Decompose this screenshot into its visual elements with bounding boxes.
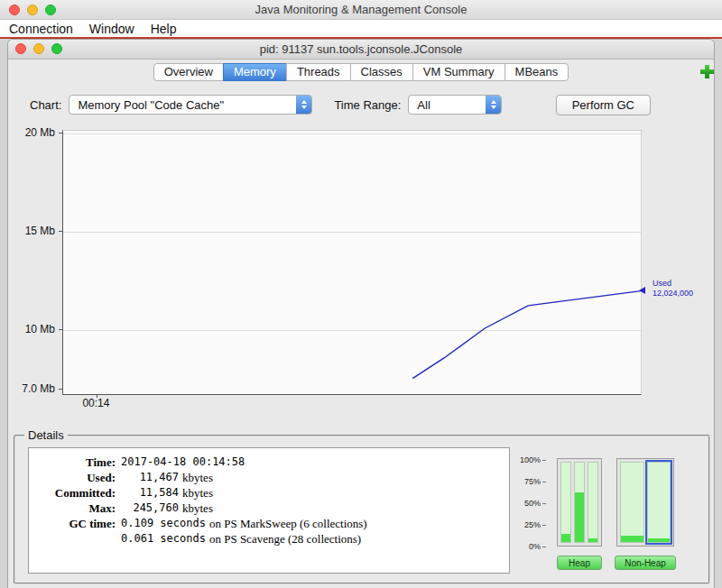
- memory-bar-fill: [648, 538, 671, 542]
- chart-area: 20 Mb15 Mb10 Mb7.0 Mb00:14Used12,024,000: [19, 126, 701, 413]
- y-axis-tick-label: 20 Mb: [19, 126, 55, 139]
- details-row-label: Max:: [29, 501, 116, 516]
- y-axis-tick: [59, 231, 62, 232]
- window-title: Java Monitoring & Management Console: [0, 3, 722, 16]
- non-heap-memory-bar[interactable]: [647, 462, 671, 543]
- heap-button[interactable]: Heap: [557, 556, 602, 570]
- close-button[interactable]: [9, 5, 20, 15]
- y-axis-tick-label: 15 Mb: [19, 225, 55, 237]
- details-row: 0.061 secondson PS Scavenge (28 collecti…: [29, 531, 509, 547]
- details-legend: Details: [24, 428, 68, 442]
- jconsole-frame: pid: 91137 sun.tools.jconsole.JConsole O…: [7, 39, 715, 588]
- memory-bar-fill: [621, 536, 643, 542]
- heap-bar-group: [557, 458, 602, 547]
- chart-label: Chart:: [30, 98, 61, 112]
- chart-select-value: Memory Pool "Code Cache": [69, 98, 296, 112]
- y-axis-tick: [59, 329, 62, 330]
- non-heap-bar-group: [616, 458, 674, 547]
- tabs: OverviewMemoryThreadsClassesVM SummaryMB…: [153, 63, 569, 81]
- tab-memory[interactable]: Memory: [223, 63, 287, 81]
- percent-label: 0%: [529, 542, 546, 551]
- perform-gc-button[interactable]: Perform GC: [556, 95, 651, 115]
- non-heap-button[interactable]: Non-Heap: [615, 556, 676, 570]
- details-row-label: GC time:: [29, 516, 116, 531]
- percent-label: 100%: [520, 455, 546, 464]
- frame-minimize-button[interactable]: [33, 43, 44, 54]
- minimize-button[interactable]: [27, 5, 38, 15]
- heap-memory-bar[interactable]: [574, 462, 585, 543]
- chevron-updown-icon: [296, 96, 311, 114]
- heap-memory-bar[interactable]: [588, 462, 598, 543]
- details-group: Details Time:2017-04-18 00:14:58Used:11,…: [14, 435, 710, 584]
- menu-bar: Connection Window Help: [0, 20, 722, 37]
- bar-buttons: HeapNon-Heap: [557, 556, 676, 570]
- x-axis-tick-label: 00:14: [82, 397, 109, 409]
- details-text: Time:2017-04-18 00:14:58Used:11,467kbyte…: [28, 447, 510, 574]
- y-axis-tick-label: 10 Mb: [19, 323, 55, 335]
- y-axis-tick: [59, 133, 62, 133]
- zoom-button[interactable]: [45, 5, 56, 15]
- details-row: GC time:0.109 secondson PS MarkSweep (6 …: [29, 516, 509, 531]
- details-row-value: 2017-04-18 00:14:58: [121, 455, 245, 470]
- details-row: Max:245,760kbytes: [29, 501, 509, 516]
- heap-memory-bar[interactable]: [560, 462, 571, 543]
- percent-label: 25%: [524, 520, 546, 529]
- non-heap-memory-bar[interactable]: [620, 462, 644, 543]
- details-row-unit: kbytes: [182, 501, 213, 516]
- tab-classes[interactable]: Classes: [350, 63, 413, 81]
- details-row-value: 245,760: [121, 501, 179, 516]
- frame-title: pid: 91137 sun.tools.jconsole.JConsole: [8, 42, 714, 56]
- frame-window-controls: [15, 43, 62, 54]
- memory-bar-fill: [561, 534, 570, 542]
- used-annotation-value: 12,024,000: [653, 289, 693, 298]
- time-range-select[interactable]: All: [408, 95, 502, 115]
- details-row-unit: kbytes: [182, 470, 213, 485]
- frame-zoom-button[interactable]: [51, 43, 62, 54]
- chart-select[interactable]: Memory Pool "Code Cache": [69, 95, 312, 115]
- window-titlebar[interactable]: Java Monitoring & Management Console: [0, 0, 722, 20]
- details-row-label: [29, 531, 116, 547]
- percent-label: 75%: [524, 477, 546, 486]
- chevron-updown-icon: [486, 96, 501, 114]
- details-row: Committed:11,584kbytes: [29, 485, 509, 501]
- time-range-select-value: All: [409, 98, 486, 112]
- details-row-unit: kbytes: [182, 485, 213, 501]
- time-range-label: Time Range:: [334, 98, 401, 112]
- menu-connection[interactable]: Connection: [9, 22, 73, 36]
- tab-bar: OverviewMemoryThreadsClassesVM SummaryMB…: [8, 63, 714, 81]
- details-row-value: 11,584: [121, 485, 179, 501]
- memory-bar-fill: [588, 538, 597, 542]
- memory-bars-panel: 100%75%50%25%0% HeapNon-Heap: [519, 447, 701, 579]
- toolbar: Chart: Memory Pool "Code Cache" Time Ran…: [30, 94, 714, 115]
- details-row-value: 0.061 seconds: [121, 531, 206, 547]
- y-axis-tick-label: 7.0 Mb: [19, 382, 55, 395]
- tab-mbeans[interactable]: MBeans: [504, 63, 569, 81]
- details-row-unit: on PS Scavenge (28 collections): [209, 531, 361, 547]
- details-row: Used:11,467kbytes: [29, 470, 509, 485]
- frame-titlebar[interactable]: pid: 91137 sun.tools.jconsole.JConsole: [8, 40, 714, 60]
- memory-bar-fill: [575, 492, 584, 542]
- details-row-value: 11,467: [121, 470, 179, 485]
- tab-vm-summary[interactable]: VM Summary: [412, 63, 505, 81]
- tab-threads[interactable]: Threads: [286, 63, 351, 81]
- bar-scale: 100%75%50%25%0%: [519, 460, 546, 547]
- details-row-label: Time:: [29, 455, 116, 470]
- tab-overview[interactable]: Overview: [153, 63, 224, 81]
- menu-help[interactable]: Help: [151, 22, 177, 36]
- details-row-value: 0.109 seconds: [121, 516, 206, 531]
- percent-label: 50%: [524, 499, 546, 508]
- used-arrow-icon: [639, 287, 645, 294]
- frame-close-button[interactable]: [15, 43, 26, 54]
- y-axis-tick: [59, 389, 62, 390]
- jconsole-screen: Java Monitoring & Management Console Con…: [0, 0, 722, 588]
- new-connection-plus-icon[interactable]: [700, 65, 714, 78]
- details-row-label: Committed:: [29, 485, 116, 501]
- used-annotation-label: Used: [653, 279, 671, 288]
- details-row: Time:2017-04-18 00:14:58: [29, 455, 509, 470]
- window-controls: [9, 5, 56, 15]
- bar-groups: [557, 458, 674, 547]
- details-row-unit: on PS MarkSweep (6 collections): [209, 516, 367, 531]
- details-row-label: Used:: [29, 470, 116, 485]
- used-memory-line: [63, 131, 641, 394]
- menu-window[interactable]: Window: [89, 22, 134, 36]
